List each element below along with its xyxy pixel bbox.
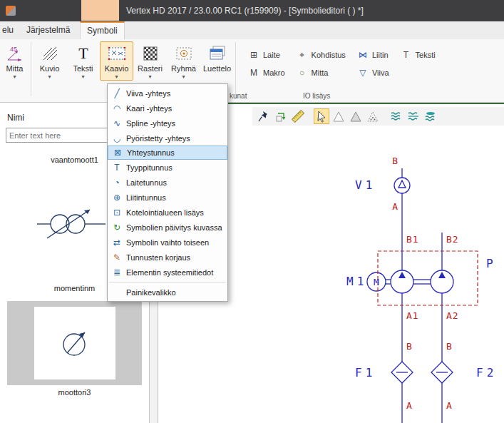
menu-item-kaari-yhteys[interactable]: ◠ Kaari -yhteys xyxy=(108,101,227,116)
ruler-button[interactable] xyxy=(290,108,306,124)
io-button-liitin[interactable]: ⋈ Liitin xyxy=(352,46,394,63)
io-button-teksti[interactable]: T Teksti xyxy=(396,46,441,63)
menu-item-yhteystunnus[interactable]: ⊠ Yhteystunnus xyxy=(108,146,227,160)
layers-waves-button-2[interactable] xyxy=(406,108,421,124)
chevron-down-icon: ▾ xyxy=(0,73,29,80)
transform-icon xyxy=(274,110,287,123)
chevron-down-icon: ▾ xyxy=(66,73,100,80)
triangle-outline-icon xyxy=(332,110,345,123)
list-item-thumbnail-moottori3-selected[interactable] xyxy=(7,301,142,385)
tab-elu[interactable]: elu xyxy=(0,21,20,39)
svg-text:B: B xyxy=(392,156,398,166)
layers-waves-button-3[interactable] xyxy=(423,108,438,124)
triangle-outline-button[interactable] xyxy=(331,108,346,124)
menu-item-laitetunnus[interactable]: ◔ Laitetunnus xyxy=(108,175,227,190)
refresh-icon: ↻ xyxy=(110,223,123,233)
svg-text:A: A xyxy=(392,201,398,212)
connection-tag-icon: ⊠ xyxy=(111,148,124,158)
menu-item-kotelointialueen-lisays[interactable]: ⊡ Kotelointialueen lisäys xyxy=(108,205,227,220)
svg-text:B: B xyxy=(406,341,413,352)
text-icon: T xyxy=(66,43,100,64)
info-list-icon: ≣ xyxy=(110,267,123,277)
pushpin-icon xyxy=(257,110,270,123)
schematic-icon xyxy=(101,43,133,64)
ribbon-button-rasteri[interactable]: Rasteri ▾ xyxy=(133,41,167,80)
ruler-icon xyxy=(292,110,304,123)
titlebar: Vertex HD 2017 / 23.0.00 RC1 (r159909) -… xyxy=(0,0,504,21)
group-label-partial: kunat xyxy=(230,92,247,100)
triangle-hatch-button[interactable] xyxy=(365,108,381,124)
waves-icon xyxy=(424,110,437,123)
menu-item-tunnusten-korjaus[interactable]: ✎ Tunnusten korjaus xyxy=(108,250,227,265)
menu-separator xyxy=(109,282,226,282)
svg-text:B2: B2 xyxy=(446,234,459,245)
titlebar-accent xyxy=(81,0,119,21)
tab-jarjestelma[interactable]: Järjestelmä xyxy=(20,21,76,39)
ribbon-separator xyxy=(235,42,236,96)
menu-item-painikevalikko[interactable]: Painikevalikko xyxy=(108,285,227,300)
tab-symboli[interactable]: Symboli xyxy=(80,21,125,39)
io-button-mitta[interactable]: ○ Mitta xyxy=(292,63,351,81)
measure-icon: ○ xyxy=(297,68,308,78)
connector-tag-icon: ⊕ xyxy=(110,193,123,203)
ribbon-button-ryhma[interactable]: Ryhmä ▾ xyxy=(167,41,200,80)
swap-icon: ⇄ xyxy=(110,238,123,248)
menu-item-spline-yhteys[interactable]: ∿ Spline -yhteys xyxy=(108,116,227,131)
waves-icon xyxy=(407,110,420,123)
list-item-caption[interactable]: moottori3 xyxy=(0,385,149,399)
transform-button[interactable] xyxy=(273,108,289,124)
menu-item-symbolien-paivitys[interactable]: ↻ Symbolien päivitys kuvassa xyxy=(108,220,227,235)
ribbon-button-kaavio[interactable]: Kaavio ▾ xyxy=(100,41,133,81)
io-button-laite[interactable]: ⊞ Laite xyxy=(243,46,290,63)
hatch-icon xyxy=(33,43,66,64)
chevron-down-icon: ▾ xyxy=(101,73,133,80)
svg-text:F2: F2 xyxy=(476,366,497,379)
dimension-icon: 45 xyxy=(0,43,29,64)
ribbon-button-mitta[interactable]: 45 Mitta ▾ xyxy=(0,41,29,80)
layers-waves-button-1[interactable] xyxy=(389,108,404,124)
application-window: Vertex HD 2017 / 23.0.00 RC1 (r159909) -… xyxy=(0,0,504,423)
select-tool-button[interactable] xyxy=(314,108,329,124)
svg-text:T: T xyxy=(78,44,88,62)
io-group: ⊞ Laite M Makro ⌖ Kohdistus ○ Mitta ⋈ xyxy=(243,41,441,81)
variable-motor-symbol xyxy=(55,323,95,363)
device-tag-icon: ◔ xyxy=(110,178,123,188)
pin-button[interactable] xyxy=(256,108,272,124)
line-icon: ▽ xyxy=(357,68,369,78)
spline-connection-icon: ∿ xyxy=(110,118,123,128)
menu-item-elementin-systeemitiedot[interactable]: ≣ Elementin systeemitiedot xyxy=(108,265,227,280)
pencil-icon: ✎ xyxy=(110,253,123,263)
chevron-down-icon: ▾ xyxy=(33,73,66,80)
ribbon-button-luettelo[interactable]: Luettelo xyxy=(200,41,234,73)
ribbon-button-kuvio[interactable]: Kuvio ▾ xyxy=(33,41,66,80)
triangle-filled-button[interactable] xyxy=(348,108,364,124)
type-tag-icon: T xyxy=(110,163,123,173)
menu-item-symbolin-vaihto[interactable]: ⇄ Symbolin vaihto toiseen xyxy=(108,235,227,250)
menu-item-tyyppitunnus[interactable]: T Tyyppitunnus xyxy=(108,160,227,175)
io-button-viiva[interactable]: ▽ Viiva xyxy=(352,63,394,81)
svg-text:B: B xyxy=(446,341,453,352)
svg-text:B1: B1 xyxy=(406,234,419,245)
svg-text:M1: M1 xyxy=(346,275,367,288)
ribbon: 45 Mitta ▾ Ku xyxy=(0,39,504,103)
svg-text:M: M xyxy=(374,277,379,287)
svg-text:A: A xyxy=(446,400,453,411)
chevron-down-icon: ▾ xyxy=(133,73,167,80)
svg-text:A1: A1 xyxy=(406,310,419,321)
ribbon-button-teksti[interactable]: T Teksti ▾ xyxy=(66,41,100,80)
window-title: Vertex HD 2017 / 23.0.00 RC1 (r159909) -… xyxy=(126,0,364,21)
triangle-dotted-icon xyxy=(366,110,379,123)
app-icon[interactable] xyxy=(6,6,16,16)
svg-text:A: A xyxy=(406,400,413,411)
svg-text:P: P xyxy=(486,257,497,270)
ribbon-tab-bar: elu Järjestelmä Symboli xyxy=(0,21,504,39)
list-window-icon xyxy=(200,43,234,64)
io-button-makro[interactable]: M Makro xyxy=(243,63,290,81)
menu-item-liitintunnus[interactable]: ⊕ Liitintunnus xyxy=(108,190,227,205)
ribbon-separator xyxy=(31,42,31,96)
arc-connection-icon: ◠ xyxy=(110,103,123,113)
device-icon: ⊞ xyxy=(248,50,259,60)
menu-item-pyoristetty-yhteys[interactable]: ◡ Pyöristetty -yhteys xyxy=(108,131,227,146)
io-button-kohdistus[interactable]: ⌖ Kohdistus xyxy=(292,46,351,63)
menu-item-viiva-yhteys[interactable]: ╱ Viiva -yhteys xyxy=(108,86,227,101)
